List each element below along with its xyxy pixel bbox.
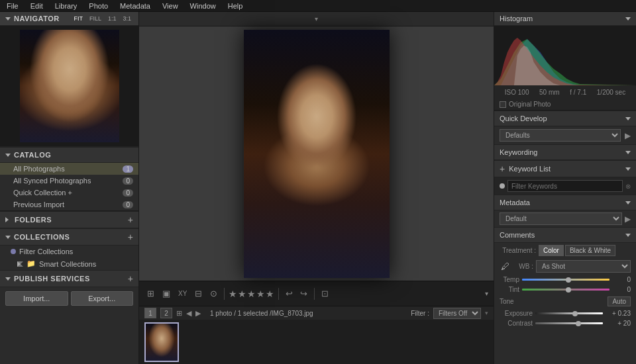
histogram-title: Histogram bbox=[500, 15, 533, 23]
color-btn[interactable]: Color bbox=[539, 245, 564, 256]
camera-raw-btn[interactable]: ⊙ bbox=[207, 287, 220, 300]
comments-header[interactable]: Comments bbox=[494, 227, 636, 243]
import-btn[interactable]: Import... bbox=[5, 291, 68, 306]
temp-thumb bbox=[566, 277, 571, 283]
filmstrip-nav-left[interactable]: ⊞ bbox=[176, 309, 182, 318]
menu-library[interactable]: Library bbox=[52, 2, 80, 10]
star-5[interactable]: ★ bbox=[266, 289, 274, 299]
grid-view-btn[interactable]: ⊞ bbox=[144, 287, 157, 300]
nav-3-1-btn[interactable]: 3:1 bbox=[121, 15, 133, 23]
bottom-toolbar: ⊞ ▣ XY ⊟ ⊙ ★ ★ ★ ★ ★ ↩ ↪ ⊡ ▾ bbox=[139, 281, 494, 306]
shutter-value: 1/200 sec bbox=[597, 89, 625, 96]
publish-services-header[interactable]: Publish Services + bbox=[0, 270, 138, 287]
eyedropper-icon[interactable]: 🖊 bbox=[500, 261, 511, 271]
navigator-header[interactable]: Navigator FIT FILL 1:1 3:1 bbox=[0, 12, 138, 26]
temp-value: 0 bbox=[612, 276, 631, 283]
catalog-previous-import[interactable]: Previous Import 0 bbox=[0, 199, 138, 210]
folders-add-btn[interactable]: + bbox=[128, 215, 133, 224]
focal-value: 50 mm bbox=[539, 89, 560, 96]
histogram-header[interactable]: Histogram bbox=[494, 12, 636, 26]
metadata-header[interactable]: Metadata bbox=[494, 195, 636, 210]
keywording-header[interactable]: Keywording bbox=[494, 144, 636, 160]
all-synced-label: All Synced Photographs bbox=[13, 177, 91, 185]
collections-title: Collections bbox=[14, 233, 70, 241]
folders-header[interactable]: Folders + bbox=[0, 211, 138, 228]
filmstrip-thumb-1[interactable] bbox=[144, 322, 179, 362]
catalog-all-synced[interactable]: All Synced Photographs 0 bbox=[0, 175, 138, 187]
menu-file[interactable]: File bbox=[4, 2, 21, 10]
menu-view[interactable]: View bbox=[160, 2, 181, 10]
menu-photo[interactable]: Photo bbox=[86, 2, 111, 10]
keyword-list-triangle bbox=[625, 167, 631, 171]
star-rating: ★ ★ ★ ★ ★ bbox=[229, 289, 274, 299]
tone-auto-btn[interactable]: Auto bbox=[608, 296, 631, 306]
menu-metadata[interactable]: Metadata bbox=[117, 2, 153, 10]
menu-help[interactable]: Help bbox=[225, 2, 246, 10]
star-4[interactable]: ★ bbox=[256, 289, 265, 299]
star-2[interactable]: ★ bbox=[238, 289, 246, 299]
catalog-header[interactable]: Catalog bbox=[0, 147, 138, 163]
navigator-thumbnail bbox=[20, 30, 119, 142]
histogram-section: Histogram ISO 100 50 mm f / 7.1 bbox=[494, 12, 636, 111]
nav-fit-btn[interactable]: FIT bbox=[72, 15, 85, 23]
collections-add-btn[interactable]: + bbox=[128, 232, 133, 242]
nav-fill-btn[interactable]: FILL bbox=[87, 15, 103, 23]
keyword-list-header[interactable]: + Keyword List bbox=[494, 160, 636, 177]
keyword-search-icon: ⊗ bbox=[625, 183, 631, 190]
treatment-row: Treatment : Color Black & White bbox=[494, 243, 636, 258]
catalog-quick-collection[interactable]: Quick Collection + 0 bbox=[0, 187, 138, 199]
tone-label: Tone bbox=[500, 298, 514, 305]
export-btn[interactable]: Export... bbox=[71, 291, 134, 306]
filter-collections-item[interactable]: Filter Collections bbox=[0, 246, 138, 257]
filmstrip-top: 1 2 ⊞ ◀ ▶ 1 photo / 1 selected /IMG_8703… bbox=[139, 306, 494, 320]
star-3[interactable]: ★ bbox=[247, 289, 256, 299]
left-panel: Navigator FIT FILL 1:1 3:1 Catalog bbox=[0, 12, 139, 364]
menu-edit[interactable]: Edit bbox=[28, 2, 46, 10]
publish-services-add-btn[interactable]: + bbox=[128, 274, 133, 283]
keyword-filter-input[interactable] bbox=[507, 180, 623, 192]
nav-1-1-btn[interactable]: 1:1 bbox=[106, 15, 119, 23]
exposure-slider[interactable] bbox=[535, 312, 603, 314]
catalog-all-photographs[interactable]: All Photographs 1 bbox=[0, 163, 138, 175]
tint-slider[interactable] bbox=[522, 289, 610, 291]
survey-view-btn[interactable]: ⊟ bbox=[192, 287, 205, 300]
filter-chevron: ▾ bbox=[485, 310, 488, 316]
toolbar-dropdown-arrow[interactable]: ▾ bbox=[485, 290, 488, 297]
filmstrip-row: 1 2 ⊞ ◀ ▶ 1 photo / 1 selected /IMG_8703… bbox=[139, 306, 494, 364]
filter-dropdown[interactable]: Filters Off bbox=[433, 308, 481, 319]
defaults-dropdown[interactable]: Defaults bbox=[500, 129, 621, 142]
contrast-slider[interactable] bbox=[535, 322, 603, 324]
top-arrow-icon: ▾ bbox=[315, 15, 318, 23]
page-1-btn[interactable]: 1 bbox=[144, 308, 156, 318]
filmstrip-info: 1 photo / 1 selected /IMG_8703.jpg bbox=[210, 310, 313, 317]
zoom-to-fit-btn[interactable]: ⊡ bbox=[319, 287, 331, 300]
quick-collection-count: 0 bbox=[123, 189, 133, 197]
histogram-canvas bbox=[494, 26, 636, 85]
tint-label: Tint bbox=[500, 286, 519, 293]
star-1[interactable]: ★ bbox=[229, 289, 237, 299]
original-photo-checkbox[interactable] bbox=[500, 101, 506, 108]
filmstrip-nav-prev[interactable]: ◀ bbox=[186, 309, 191, 318]
smart-collections-item[interactable]: 📁 Smart Collections bbox=[0, 257, 138, 270]
quick-develop-header[interactable]: Quick Develop bbox=[494, 111, 636, 126]
bw-btn[interactable]: Black & White bbox=[565, 245, 615, 256]
collections-header[interactable]: Collections + bbox=[0, 228, 138, 246]
catalog-title: Catalog bbox=[14, 151, 51, 159]
defaults-arrow[interactable]: ▶ bbox=[625, 131, 631, 140]
loupe-view-btn[interactable]: ▣ bbox=[160, 287, 173, 300]
keyword-list-add-btn[interactable]: + bbox=[500, 164, 505, 173]
metadata-dropdown[interactable]: Default bbox=[500, 212, 622, 225]
metadata-arrow[interactable]: ▶ bbox=[625, 214, 631, 224]
filmstrip-nav-next[interactable]: ▶ bbox=[195, 309, 201, 318]
compare-view-btn[interactable]: XY bbox=[176, 289, 189, 298]
temp-slider[interactable] bbox=[522, 279, 610, 281]
wb-dropdown[interactable]: As Shot bbox=[536, 260, 631, 273]
menu-window[interactable]: Window bbox=[187, 2, 219, 10]
keyword-filter-row: ⊗ bbox=[494, 177, 636, 195]
rotate-left-btn[interactable]: ↩ bbox=[283, 287, 295, 300]
tone-row: Tone Auto bbox=[494, 295, 636, 308]
page-2-btn[interactable]: 2 bbox=[160, 308, 172, 318]
wb-label: WB : bbox=[513, 263, 533, 270]
rotate-right-btn[interactable]: ↪ bbox=[297, 287, 310, 300]
metadata-triangle bbox=[625, 201, 631, 205]
